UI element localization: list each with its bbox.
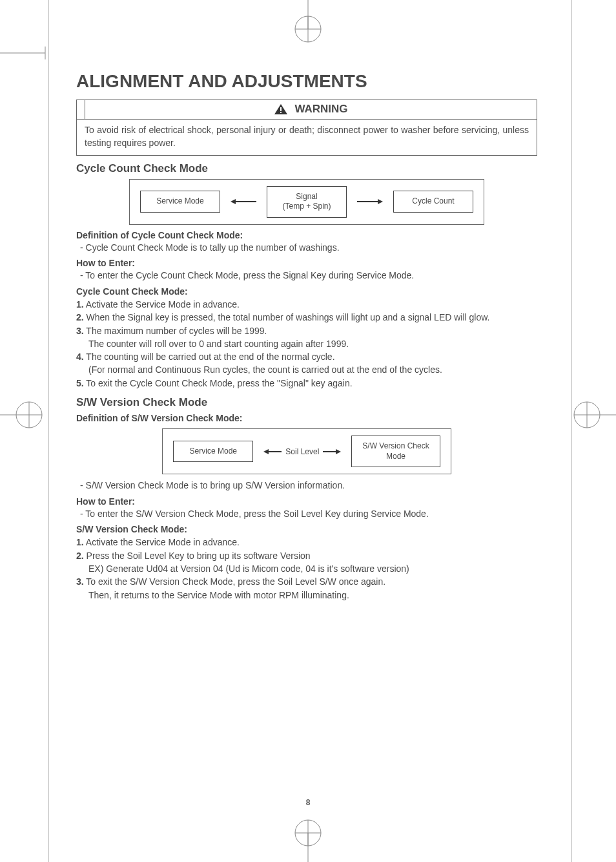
list-item: 5. To exit the Cycle Count Check Mode, p…: [76, 377, 537, 390]
list-item: 1. Activate the Service Mode in advance.: [76, 536, 537, 549]
crop-mark-bottom-center: [282, 817, 334, 862]
crop-mark-left-center: [0, 395, 45, 434]
diagram-box-cycle-count: Cycle Count: [393, 191, 473, 213]
cycle-def-label: Definition of Cycle Count Check Mode:: [76, 230, 537, 240]
svg-rect-19: [280, 107, 282, 111]
page-title: ALIGNMENT AND ADJUSTMENTS: [76, 71, 537, 92]
sw-how-text: - To enter the S/W Version Check Mode, p…: [76, 508, 537, 521]
page-number: 8: [0, 798, 616, 807]
page-content: ALIGNMENT AND ADJUSTMENTS WARNING To avo…: [76, 71, 537, 603]
warning-icon: [274, 103, 288, 115]
svg-marker-24: [378, 199, 383, 204]
diagram-connector-label: Soil Level: [285, 447, 319, 456]
cycle-how-text: - To enter the Cycle Count Check Mode, p…: [76, 269, 537, 282]
diagram-box-signal: Signal (Temp + Spin): [267, 186, 347, 218]
list-item-sub: (For normal and Continuous Run cycles, t…: [76, 363, 537, 376]
svg-marker-22: [231, 199, 236, 204]
diagram-box-service-mode: Service Mode: [140, 191, 220, 213]
svg-marker-28: [336, 449, 341, 454]
list-item: 3. To exit the S/W Version Check Mode, p…: [76, 575, 537, 588]
cycle-count-diagram: Service Mode Signal (Temp + Spin) Cycle …: [129, 179, 484, 225]
diagram-sw-top: S/W Version Check: [362, 441, 429, 452]
arrow-right-icon: [323, 448, 341, 455]
svg-marker-26: [263, 449, 269, 454]
crop-mark-right-center: [571, 395, 616, 434]
svg-rect-20: [280, 112, 282, 113]
sw-how-label: How to Enter:: [76, 496, 537, 507]
cycle-def-text: - Cycle Count Check Mode is to tally up …: [76, 242, 537, 255]
warning-text: To avoid risk of electrical shock, perso…: [77, 120, 537, 155]
diagram-connector: Soil Level: [263, 447, 341, 456]
list-item-sub: EX) Generate Ud04 at Version 04 (Ud is M…: [76, 562, 537, 575]
list-item-sub: Then, it returns to the Service Mode wit…: [76, 589, 537, 602]
page-margin-right: [571, 0, 572, 862]
warning-header: WARNING: [85, 100, 537, 119]
page-margin-left: [48, 0, 49, 862]
arrow-left-icon: [231, 198, 256, 205]
crop-mark-top-left: [0, 47, 49, 59]
list-item: 1. Activate the Service Mode in advance.: [76, 298, 537, 311]
sw-version-diagram: Service Mode Soil Level S/W Version Chec…: [162, 428, 451, 474]
arrow-left-icon: [263, 448, 282, 455]
diagram-box-service-mode-2: Service Mode: [173, 441, 253, 463]
crop-mark-top-center: [282, 0, 334, 45]
section2-heading: S/W Version Check Mode: [76, 396, 537, 409]
section1-heading: Cycle Count Check Mode: [76, 162, 537, 175]
diagram-sw-bottom: Mode: [362, 452, 429, 462]
list-item: 2. When the Signal key is pressed, the t…: [76, 311, 537, 324]
warning-box: WARNING To avoid risk of electrical shoc…: [76, 100, 537, 156]
diagram-signal-bottom: (Temp + Spin): [278, 202, 336, 212]
sw-def-label: Definition of S/W Version Check Mode:: [76, 413, 537, 423]
warning-label: WARNING: [294, 103, 347, 116]
list-item: 4. The counting will be carried out at t…: [76, 350, 537, 363]
diagram-signal-top: Signal: [278, 192, 336, 202]
cycle-steps-label: Cycle Count Check Mode:: [76, 286, 537, 297]
list-item: 2. Press the Soil Level Key to bring up …: [76, 549, 537, 562]
arrow-right-icon: [357, 198, 383, 205]
diagram-box-sw-version: S/W Version Check Mode: [351, 436, 440, 467]
cycle-steps-list: 1. Activate the Service Mode in advance.…: [76, 298, 537, 390]
cycle-how-label: How to Enter:: [76, 258, 537, 268]
sw-steps-list: 1. Activate the Service Mode in advance.…: [76, 536, 537, 601]
list-item-sub: The counter will roll over to 0 and star…: [76, 337, 537, 350]
sw-def-text: - S/W Version Check Mode is to bring up …: [76, 479, 537, 492]
sw-steps-label: S/W Version Check Mode:: [76, 524, 537, 534]
list-item: 3. The maximum number of cycles will be …: [76, 324, 537, 337]
